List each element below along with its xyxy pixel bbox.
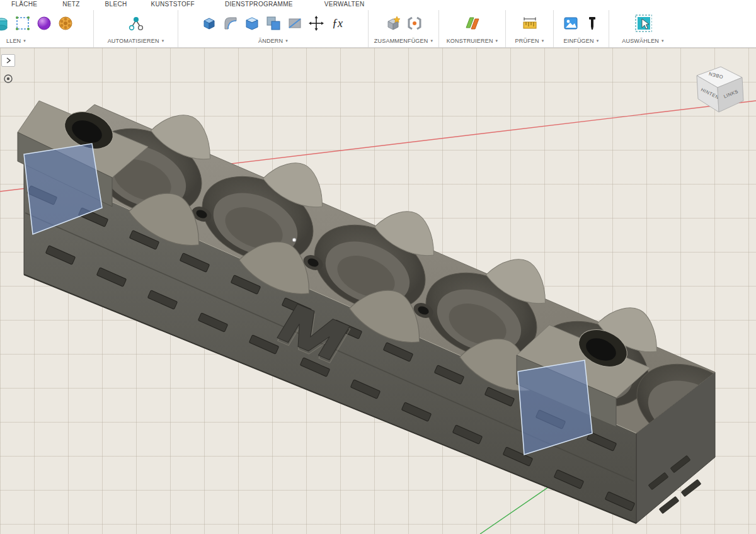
browser-expand-button[interactable] <box>1 54 15 67</box>
chevron-down-icon: ▾ <box>597 38 599 43</box>
select-icon[interactable] <box>634 14 652 32</box>
group-label-pruefen[interactable]: PRÜFEN▾ <box>506 37 553 45</box>
chevron-down-icon: ▾ <box>285 38 288 43</box>
group-label-auswaehlen[interactable]: AUSWÄHLEN▾ <box>609 37 677 45</box>
construction-plane-icon[interactable] <box>464 14 481 32</box>
group-label-aendern[interactable]: ÄNDERN▾ <box>178 37 368 45</box>
shell-icon[interactable] <box>243 14 261 32</box>
split-body-icon[interactable] <box>286 14 304 32</box>
toolbar-group-erstellen: LLEN▾ <box>0 10 93 47</box>
toolbar-group-aendern: ƒx ÄNDERN▾ <box>178 10 368 47</box>
cylinder-primitive-icon[interactable] <box>0 14 10 32</box>
insert-canvas-image-icon[interactable] <box>562 14 580 32</box>
insert-fastener-icon[interactable] <box>583 14 601 32</box>
viewcube[interactable]: OBEN HINTEN LINKS <box>683 59 752 122</box>
group-label-zusammenfuegen[interactable]: ZUSAMMENFÜGEN▾ <box>369 37 438 45</box>
model-3d[interactable] <box>0 48 756 534</box>
chevron-down-icon: ▾ <box>23 38 26 43</box>
create-sketch-icon[interactable] <box>14 14 32 32</box>
move-icon[interactable] <box>307 14 325 32</box>
viewport-canvas[interactable]: OBEN HINTEN LINKS <box>0 48 756 534</box>
sphere-primitive-icon[interactable] <box>35 14 53 32</box>
tab-dienstprogramme[interactable]: DIENSTPROGRAMME <box>225 0 293 8</box>
chevron-down-icon: ▾ <box>662 38 664 43</box>
group-label-einfuegen[interactable]: EINFÜGEN▾ <box>554 37 609 45</box>
combine-icon[interactable] <box>265 14 282 32</box>
chevron-down-icon: ▾ <box>430 38 433 43</box>
tab-verwalten[interactable]: VERWALTEN <box>324 0 365 8</box>
toolbar-group-pruefen: PRÜFEN▾ <box>505 10 553 47</box>
new-component-icon[interactable] <box>384 14 402 32</box>
measure-icon[interactable] <box>521 14 539 32</box>
toolbar-tab-bar: FLÄCHE NETZ BLECH KUNSTSTOFF DIENSTPROGR… <box>0 0 756 10</box>
coil-primitive-icon[interactable] <box>57 14 74 32</box>
tab-flaeche[interactable]: FLÄCHE <box>11 0 37 8</box>
main-toolbar: LLEN▾ AUTOMATISIEREN▾ <box>0 10 756 48</box>
joint-icon[interactable] <box>406 14 423 32</box>
group-label-erstellen[interactable]: LLEN▾ <box>0 37 93 45</box>
tab-kunststoff[interactable]: KUNSTSTOFF <box>151 0 194 8</box>
toolbar-group-auswaehlen: AUSWÄHLEN▾ <box>609 10 677 47</box>
toolbar-group-konstruieren: KONSTRUIEREN▾ <box>438 10 505 47</box>
origin-point <box>292 238 296 242</box>
toolbar-group-einfuegen: EINFÜGEN▾ <box>553 10 609 47</box>
chevron-down-icon: ▾ <box>542 38 544 43</box>
model-body[interactable] <box>18 101 756 523</box>
tab-blech[interactable]: BLECH <box>105 0 127 8</box>
fusion-app-window: FLÄCHE NETZ BLECH KUNSTSTOFF DIENSTPROGR… <box>0 0 756 534</box>
group-label-konstruieren[interactable]: KONSTRUIEREN▾ <box>439 37 505 45</box>
parameters-icon[interactable]: ƒx <box>329 14 346 32</box>
tab-netz[interactable]: NETZ <box>62 0 79 8</box>
view-origin-button[interactable] <box>3 73 14 84</box>
toolbar-group-zusammenfuegen: ZUSAMMENFÜGEN▾ <box>368 10 438 47</box>
fillet-icon[interactable] <box>222 14 239 32</box>
chevron-down-icon: ▾ <box>162 38 164 43</box>
group-label-automatisieren[interactable]: AUTOMATISIEREN▾ <box>94 37 178 45</box>
automate-icon[interactable] <box>127 14 145 32</box>
toolbar-group-automatisieren: AUTOMATISIEREN▾ <box>93 10 178 47</box>
press-pull-icon[interactable] <box>200 14 218 32</box>
chevron-down-icon: ▾ <box>496 38 498 43</box>
